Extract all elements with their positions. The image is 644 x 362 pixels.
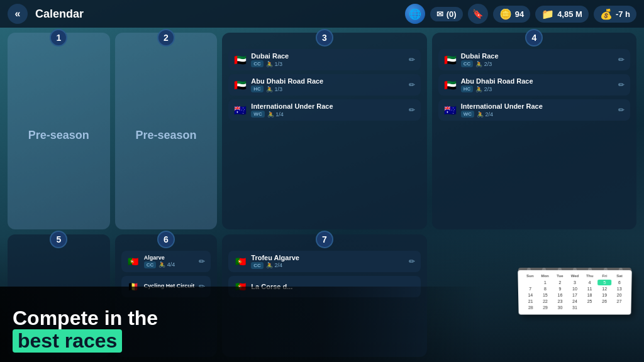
edit-race-button[interactable]: ✏ xyxy=(617,104,626,116)
mail-count: (0) xyxy=(447,9,457,19)
week-5-number: 5 xyxy=(50,231,67,248)
page-title: Calendar xyxy=(35,8,397,21)
day-header: Mon xyxy=(538,274,552,278)
calendar-prop: Sun Mon Tue Wed Thu Fri Sat 1 2 3 4 5 6 … xyxy=(518,268,631,362)
mail-icon: ✉ xyxy=(436,9,443,19)
week-1-number: 1 xyxy=(50,29,67,47)
race-name: Dubai Race xyxy=(251,52,404,60)
flag-por: 🇵🇹 xyxy=(126,254,141,269)
mail-counter[interactable]: ✉ (0) xyxy=(430,7,463,21)
list-item[interactable]: 🇵🇹 Algarve CC 🚴 4/4 ✏ xyxy=(121,251,211,272)
flag-uae: 🇦🇪 xyxy=(233,77,248,92)
list-item[interactable]: 🇦🇪 Dubai Race CC 🚴 1/3 ✏ xyxy=(228,49,420,70)
race-badge: CC xyxy=(461,60,474,67)
flag-uae: 🇦🇪 xyxy=(443,77,458,92)
day-header: Sat xyxy=(613,274,627,278)
race-stage: 🚴 1/3 xyxy=(266,61,282,67)
race-stage: 🚴 2/4 xyxy=(477,111,493,118)
week-1-cell: 1 Pre-season xyxy=(8,33,110,229)
race-badge: CC xyxy=(251,60,264,67)
calendar-week-5: 28 29 30 31 xyxy=(523,305,626,310)
time-value: -7 h xyxy=(616,9,630,19)
calendar-day-headers: Sun Mon Tue Wed Thu Fri Sat xyxy=(523,274,626,278)
edit-race-button[interactable]: ✏ xyxy=(408,256,416,267)
edit-race-button[interactable]: ✏ xyxy=(617,54,626,65)
funds-value: 4,85 M xyxy=(557,9,582,19)
list-item[interactable]: 🇵🇹 Trofeu Algarve CC 🚴 2/4 ✏ xyxy=(228,251,420,272)
race-stage: 🚴 1/4 xyxy=(267,111,284,118)
flag-aus: 🇦🇺 xyxy=(443,102,458,118)
race-stage: 🚴 2/3 xyxy=(475,86,492,92)
week-6-number: 6 xyxy=(157,231,175,248)
week-4-cell: 4 🇦🇪 Dubai Race CC 🚴 2/3 ✏ xyxy=(432,33,636,229)
day-header: Fri xyxy=(597,274,612,278)
race-name: International Under Race xyxy=(251,102,404,110)
calendar-body: Sun Mon Tue Wed Thu Fri Sat 1 2 3 4 5 6 … xyxy=(518,270,631,315)
race-badge: WC xyxy=(461,111,474,118)
edit-race-button[interactable]: ✏ xyxy=(617,79,626,90)
edit-race-button[interactable]: ✏ xyxy=(197,256,206,267)
calendar-week-4: 21 22 23 24 25 26 27 xyxy=(523,299,626,304)
race-badge: CC xyxy=(144,261,157,268)
coins-value: 94 xyxy=(515,9,524,19)
promo-line1: Compete in the xyxy=(13,307,158,329)
day-header: Thu xyxy=(582,274,597,278)
calendar-week-1: 1 2 3 4 5 6 xyxy=(523,280,627,285)
flag-por: 🇵🇹 xyxy=(233,254,248,269)
race-badge: WC xyxy=(251,111,264,118)
edit-race-button[interactable]: ✏ xyxy=(408,104,416,116)
race-name: Trofeu Algarve xyxy=(251,254,404,261)
race-stage: 🚴 1/3 xyxy=(266,86,282,92)
list-item[interactable]: 🇦🇺 International Under Race WC 🚴 2/4 ✏ xyxy=(438,99,630,121)
globe-icon[interactable]: 🌐 xyxy=(405,4,425,24)
time-icon: 💰 xyxy=(600,8,613,20)
coins-display: 🪙 94 xyxy=(493,6,530,23)
funds-icon: 📁 xyxy=(541,8,554,20)
race-badge: CC xyxy=(251,262,264,269)
week-4-number: 4 xyxy=(525,29,543,47)
calendar-week-3: 14 15 16 17 18 19 20 xyxy=(523,292,626,298)
week-2-label: Pre-season xyxy=(135,129,196,142)
topbar-icons: 🌐 ✉ (0) 🔖 🪙 94 📁 4,85 M 💰 -7 h xyxy=(405,4,636,24)
race-badge: HC xyxy=(251,85,264,92)
flag-aus: 🇦🇺 xyxy=(233,102,248,118)
day-header: Wed xyxy=(568,274,582,278)
race-name: Dubai Race xyxy=(461,52,614,60)
list-item[interactable]: 🇦🇪 Abu Dhabi Road Race HC 🚴 1/3 ✏ xyxy=(228,74,420,96)
race-name: Abu Dhabi Road Race xyxy=(461,77,614,85)
topbar: « Calendar 🌐 ✉ (0) 🔖 🪙 94 📁 4,85 M 💰 -7 … xyxy=(0,0,644,28)
edit-race-button[interactable]: ✏ xyxy=(408,79,416,90)
week-3-races: 🇦🇪 Dubai Race CC 🚴 1/3 ✏ 🇦🇪 xyxy=(228,49,420,121)
race-stage: 🚴 2/3 xyxy=(475,61,492,67)
day-header: Sun xyxy=(523,274,537,278)
time-display: 💰 -7 h xyxy=(594,6,636,23)
week-3-cell: 3 🇦🇪 Dubai Race CC 🚴 1/3 ✏ xyxy=(222,33,426,229)
week-7-number: 7 xyxy=(316,231,333,248)
coin-icon: 🪙 xyxy=(499,8,512,20)
week-3-number: 3 xyxy=(316,29,333,47)
top-row: 1 Pre-season 2 Pre-season 3 🇦🇪 Dubai Rac… xyxy=(8,33,636,229)
list-item[interactable]: 🇦🇪 Abu Dhabi Road Race HC 🚴 2/3 ✏ xyxy=(438,74,630,96)
back-button[interactable]: « xyxy=(8,4,28,24)
race-name: International Under Race xyxy=(461,102,614,110)
week-2-number: 2 xyxy=(157,29,175,47)
week-4-races: 🇦🇪 Dubai Race CC 🚴 2/3 ✏ 🇦🇪 xyxy=(438,49,630,121)
flag-uae: 🇦🇪 xyxy=(443,52,458,67)
list-item[interactable]: 🇦🇺 International Under Race WC 🚴 1/4 ✏ xyxy=(228,99,420,121)
race-badge: HC xyxy=(461,85,474,92)
edit-race-button[interactable]: ✏ xyxy=(408,54,416,65)
list-item[interactable]: 🇦🇪 Dubai Race CC 🚴 2/3 ✏ xyxy=(438,49,630,70)
calendar-week-2: 7 8 9 10 11 12 13 xyxy=(523,286,626,292)
flag-uae: 🇦🇪 xyxy=(233,52,248,67)
promo-line2: best races xyxy=(13,329,122,353)
bookmark-button[interactable]: 🔖 xyxy=(468,4,488,24)
week-2-cell: 2 Pre-season xyxy=(115,33,218,229)
race-name: Abu Dhabi Road Race xyxy=(251,77,404,85)
funds-display: 📁 4,85 M xyxy=(535,6,589,23)
race-name: Algarve xyxy=(144,255,195,261)
week-1-label: Pre-season xyxy=(28,129,89,142)
race-stage: 🚴 2/4 xyxy=(266,262,282,268)
race-stage: 🚴 4/4 xyxy=(158,261,175,268)
day-header: Tue xyxy=(553,274,567,278)
